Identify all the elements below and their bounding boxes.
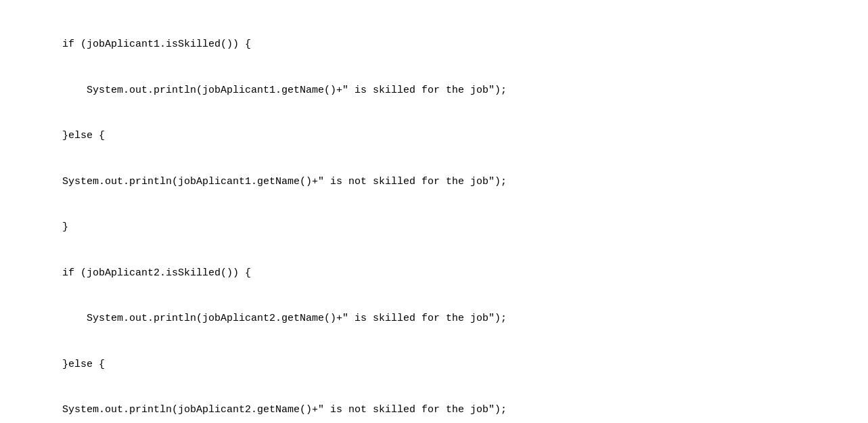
code-line: System.out.println(jobAplicant2.getName(…: [14, 403, 854, 418]
code-line: }: [14, 220, 854, 236]
code-line: System.out.println(jobAplicant2.getName(…: [14, 311, 854, 327]
code-line: System.out.println(jobAplicant1.getName(…: [14, 175, 854, 190]
code-line: if (jobAplicant2.isSkilled()) {: [14, 266, 854, 282]
code-line: }else {: [14, 129, 854, 144]
code-line: System.out.println(jobAplicant1.getName(…: [14, 83, 854, 99]
code-line: if (jobAplicant1.isSkilled()) {: [14, 37, 854, 53]
code-block: if (jobAplicant1.isSkilled()) { System.o…: [0, 0, 868, 423]
code-line: }else {: [14, 357, 854, 373]
